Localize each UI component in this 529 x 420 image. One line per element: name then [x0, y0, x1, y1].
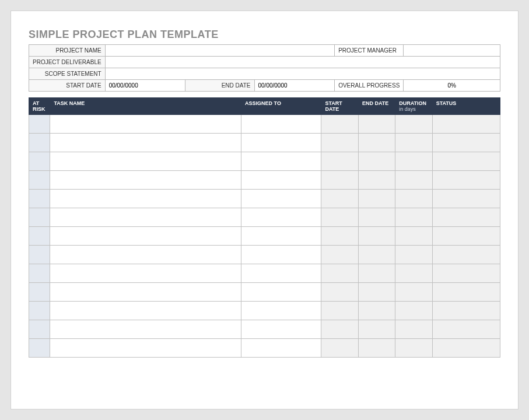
overall-progress-field[interactable]: 0% [404, 80, 500, 92]
duration-cell[interactable] [395, 115, 432, 134]
at-risk-cell[interactable] [29, 171, 50, 190]
at-risk-cell[interactable] [29, 134, 50, 152]
duration-cell[interactable] [395, 152, 432, 171]
end-date-cell[interactable] [358, 115, 395, 134]
task-name-cell[interactable] [50, 134, 241, 152]
start-date-cell[interactable] [321, 320, 358, 339]
assigned-to-cell[interactable] [241, 246, 321, 264]
assigned-to-cell[interactable] [241, 134, 321, 152]
status-cell[interactable] [432, 227, 500, 246]
end-date-cell[interactable] [358, 152, 395, 171]
end-date-cell[interactable] [358, 264, 395, 283]
duration-cell[interactable] [395, 283, 432, 302]
at-risk-cell[interactable] [29, 190, 50, 208]
assigned-to-cell[interactable] [241, 190, 321, 208]
assigned-to-cell[interactable] [241, 320, 321, 339]
assigned-to-cell[interactable] [241, 302, 321, 320]
assigned-to-cell[interactable] [241, 115, 321, 134]
duration-cell[interactable] [395, 264, 432, 283]
status-cell[interactable] [432, 283, 500, 302]
end-date-field[interactable]: 00/00/0000 [254, 80, 335, 92]
assigned-to-cell[interactable] [241, 227, 321, 246]
task-name-cell[interactable] [50, 208, 241, 227]
status-cell[interactable] [432, 171, 500, 190]
task-name-cell[interactable] [50, 152, 241, 171]
project-name-field[interactable] [105, 45, 334, 57]
assigned-to-cell[interactable] [241, 283, 321, 302]
start-date-cell[interactable] [321, 115, 358, 134]
end-date-cell[interactable] [358, 320, 395, 339]
assigned-to-cell[interactable] [241, 339, 321, 358]
task-name-cell[interactable] [50, 190, 241, 208]
start-date-cell[interactable] [321, 208, 358, 227]
at-risk-cell[interactable] [29, 264, 50, 283]
task-name-cell[interactable] [50, 171, 241, 190]
start-date-cell[interactable] [321, 171, 358, 190]
end-date-cell[interactable] [358, 190, 395, 208]
task-name-cell[interactable] [50, 320, 241, 339]
at-risk-cell[interactable] [29, 246, 50, 264]
duration-cell[interactable] [395, 227, 432, 246]
project-deliverable-field[interactable] [105, 57, 500, 68]
duration-cell[interactable] [395, 171, 432, 190]
project-manager-field[interactable] [404, 45, 500, 57]
document-page: SIMPLE PROJECT PLAN TEMPLATE PROJECT NAM… [10, 10, 519, 410]
duration-cell[interactable] [395, 208, 432, 227]
assigned-to-cell[interactable] [241, 152, 321, 171]
task-name-cell[interactable] [50, 115, 241, 134]
start-date-cell[interactable] [321, 246, 358, 264]
at-risk-cell[interactable] [29, 283, 50, 302]
at-risk-cell[interactable] [29, 339, 50, 358]
start-date-cell[interactable] [321, 227, 358, 246]
end-date-cell[interactable] [358, 208, 395, 227]
status-cell[interactable] [432, 246, 500, 264]
start-date-cell[interactable] [321, 152, 358, 171]
at-risk-cell[interactable] [29, 320, 50, 339]
at-risk-cell[interactable] [29, 208, 50, 227]
assigned-to-cell[interactable] [241, 208, 321, 227]
scope-statement-field[interactable] [105, 68, 500, 80]
task-name-cell[interactable] [50, 339, 241, 358]
status-cell[interactable] [432, 339, 500, 358]
start-date-cell[interactable] [321, 190, 358, 208]
status-cell[interactable] [432, 320, 500, 339]
duration-cell[interactable] [395, 302, 432, 320]
start-date-cell[interactable] [321, 339, 358, 358]
end-date-cell[interactable] [358, 227, 395, 246]
duration-cell[interactable] [395, 320, 432, 339]
status-cell[interactable] [432, 264, 500, 283]
table-row [29, 227, 500, 246]
start-date-cell[interactable] [321, 264, 358, 283]
start-date-cell[interactable] [321, 302, 358, 320]
at-risk-cell[interactable] [29, 152, 50, 171]
start-date-cell[interactable] [321, 134, 358, 152]
at-risk-cell[interactable] [29, 227, 50, 246]
duration-cell[interactable] [395, 339, 432, 358]
end-date-cell[interactable] [358, 283, 395, 302]
task-name-cell[interactable] [50, 264, 241, 283]
end-date-cell[interactable] [358, 339, 395, 358]
end-date-cell[interactable] [358, 134, 395, 152]
status-cell[interactable] [432, 134, 500, 152]
status-cell[interactable] [432, 302, 500, 320]
status-cell[interactable] [432, 190, 500, 208]
start-date-field[interactable]: 00/00/0000 [105, 80, 185, 92]
end-date-cell[interactable] [358, 246, 395, 264]
end-date-cell[interactable] [358, 302, 395, 320]
task-name-cell[interactable] [50, 302, 241, 320]
at-risk-cell[interactable] [29, 115, 50, 134]
status-cell[interactable] [432, 208, 500, 227]
status-cell[interactable] [432, 115, 500, 134]
task-name-cell[interactable] [50, 283, 241, 302]
duration-cell[interactable] [395, 246, 432, 264]
duration-cell[interactable] [395, 190, 432, 208]
task-name-cell[interactable] [50, 227, 241, 246]
assigned-to-cell[interactable] [241, 171, 321, 190]
end-date-cell[interactable] [358, 171, 395, 190]
assigned-to-cell[interactable] [241, 264, 321, 283]
task-name-cell[interactable] [50, 246, 241, 264]
duration-cell[interactable] [395, 134, 432, 152]
at-risk-cell[interactable] [29, 302, 50, 320]
status-cell[interactable] [432, 152, 500, 171]
start-date-cell[interactable] [321, 283, 358, 302]
